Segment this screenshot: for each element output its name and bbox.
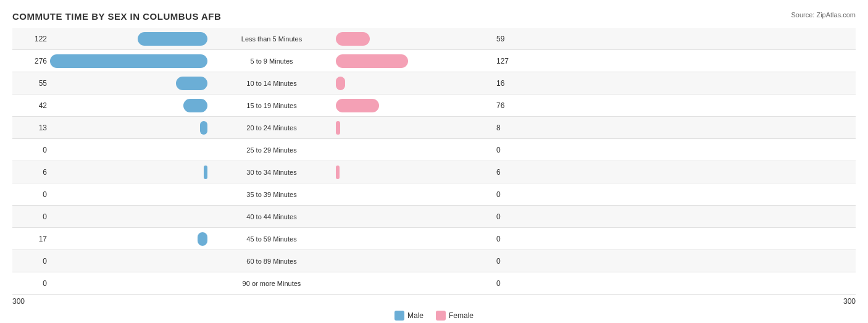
female-value: 76	[496, 101, 514, 110]
female-bar	[336, 54, 408, 68]
category-label: Less than 5 Minutes	[210, 35, 333, 43]
bar-row: 1320 to 24 Minutes8	[12, 117, 856, 139]
male-value: 13	[30, 124, 47, 132]
legend-female-label: Female	[449, 311, 474, 320]
x-axis-right: 300	[658, 297, 856, 306]
male-value: 276	[30, 57, 47, 65]
legend-female: Female	[436, 311, 474, 321]
bar-row: 5510 to 14 Minutes16	[12, 72, 856, 94]
legend-male: Male	[394, 311, 424, 321]
category-label: 60 to 89 Minutes	[210, 258, 333, 265]
male-bar	[204, 166, 207, 179]
legend: Male Female	[12, 311, 856, 321]
bar-row: 060 to 89 Minutes0	[12, 250, 856, 272]
male-value: 0	[30, 257, 47, 266]
female-value: 6	[496, 168, 514, 177]
male-value: 122	[30, 35, 47, 43]
x-axis-left: 300	[12, 297, 210, 306]
bar-row: 2765 to 9 Minutes127	[12, 50, 856, 72]
female-value: 0	[496, 279, 514, 288]
chart-container: COMMUTE TIME BY SEX IN COLUMBUS AFB Sour…	[0, 0, 868, 323]
male-value: 0	[30, 279, 47, 288]
category-label: 20 to 24 Minutes	[210, 124, 333, 132]
female-value: 59	[496, 35, 514, 43]
bar-row: 122Less than 5 Minutes59	[12, 28, 856, 50]
bar-row: 040 to 44 Minutes0	[12, 206, 856, 228]
female-value: 0	[496, 190, 514, 199]
male-bar	[50, 54, 207, 68]
female-bar	[336, 32, 370, 46]
female-value: 0	[496, 212, 514, 221]
bar-row: 630 to 34 Minutes6	[12, 161, 856, 183]
male-value: 6	[30, 168, 47, 177]
category-label: 10 to 14 Minutes	[210, 80, 333, 87]
legend-female-color	[436, 311, 446, 321]
category-label: 90 or more Minutes	[210, 280, 333, 287]
legend-male-label: Male	[407, 311, 424, 320]
bar-row: 1745 to 59 Minutes0	[12, 228, 856, 250]
chart-title: COMMUTE TIME BY SEX IN COLUMBUS AFB	[12, 11, 856, 22]
female-value: 16	[496, 79, 514, 88]
female-bar	[336, 77, 345, 90]
male-bar	[176, 77, 207, 90]
category-label: 40 to 44 Minutes	[210, 213, 333, 220]
bar-row: 035 to 39 Minutes0	[12, 183, 856, 206]
x-axis: 300 300	[12, 297, 856, 306]
male-value: 0	[30, 190, 47, 199]
female-value: 0	[496, 235, 514, 243]
male-value: 55	[30, 79, 47, 88]
female-value: 127	[496, 57, 514, 65]
male-bar	[200, 121, 207, 135]
source-label: Source: ZipAtlas.com	[791, 11, 856, 19]
category-label: 15 to 19 Minutes	[210, 102, 333, 109]
chart-area: 122Less than 5 Minutes592765 to 9 Minute…	[12, 28, 856, 295]
male-value: 0	[30, 146, 47, 154]
female-value: 8	[496, 124, 514, 132]
male-bar	[198, 232, 207, 246]
male-bar	[183, 99, 207, 112]
female-value: 0	[496, 146, 514, 154]
male-value: 42	[30, 101, 47, 110]
male-value: 17	[30, 235, 47, 243]
bar-row: 025 to 29 Minutes0	[12, 139, 856, 161]
category-label: 5 to 9 Minutes	[210, 57, 333, 65]
female-bar	[336, 99, 379, 112]
category-label: 45 to 59 Minutes	[210, 235, 333, 243]
category-label: 25 to 29 Minutes	[210, 146, 333, 154]
legend-male-color	[394, 311, 404, 321]
female-bar	[336, 121, 340, 135]
bar-row: 090 or more Minutes0	[12, 272, 856, 295]
category-label: 30 to 34 Minutes	[210, 169, 333, 176]
category-label: 35 to 39 Minutes	[210, 191, 333, 198]
male-value: 0	[30, 212, 47, 221]
female-bar	[336, 166, 340, 179]
female-value: 0	[496, 257, 514, 266]
male-bar	[138, 32, 207, 46]
bar-row: 4215 to 19 Minutes76	[12, 94, 856, 117]
